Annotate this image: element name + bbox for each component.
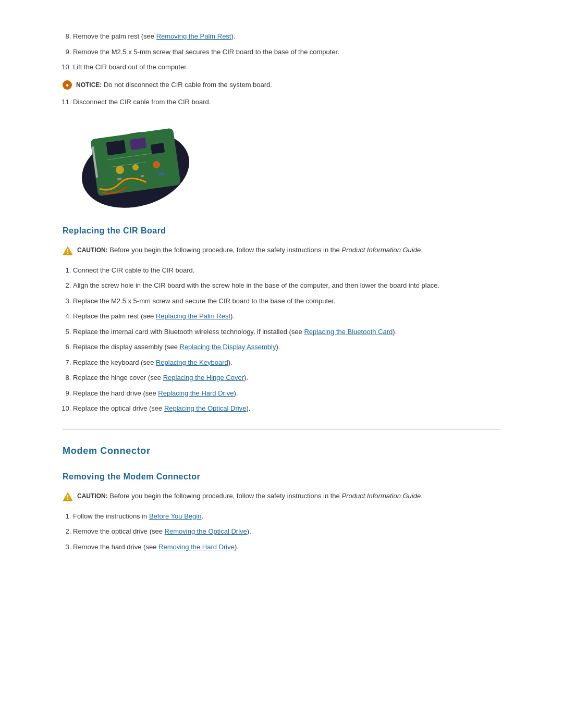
list-item: Connect the CIR cable to the CIR board. — [73, 265, 500, 276]
section-divider — [63, 429, 500, 430]
notice-box: ● NOTICE: Do not disconnect the CIR cabl… — [63, 80, 500, 90]
circuit-board-image — [78, 118, 193, 209]
list-item: Replace the display assembly (see Replac… — [73, 342, 500, 352]
removing-modem-connector-title: Removing the Modem Connector — [63, 472, 500, 482]
caution-triangle-icon: ! — [63, 245, 73, 256]
list-item: Remove the M2.5 x 5-mm screw that secure… — [73, 47, 500, 57]
caution-body-modem: Before you begin the following procedure… — [109, 492, 423, 500]
list-item: Replace the keyboard (see Replacing the … — [73, 357, 500, 368]
replacing-bluetooth-card-link[interactable]: Replacing the Bluetooth Card — [304, 328, 393, 336]
caution-label-modem: CAUTION: — [77, 492, 108, 500]
replacing-hinge-cover-link[interactable]: Replacing the Hinge Cover — [163, 374, 244, 381]
svg-rect-1 — [90, 128, 181, 196]
list-item: Disconnect the CIR cable from the CIR bo… — [73, 97, 500, 107]
removing-palm-rest-link[interactable]: Removing the Palm Rest — [156, 32, 231, 40]
notice-body: Do not disconnect the CIR cable from the… — [104, 81, 272, 89]
steps-list-11: Disconnect the CIR cable from the CIR bo… — [73, 97, 500, 107]
list-item: Replace the internal card with Bluetooth… — [73, 327, 500, 337]
removing-hard-drive-link[interactable]: Removing the Hard Drive — [158, 543, 235, 551]
caution-text-replacing-cir: CAUTION: Before you begin the following … — [77, 245, 423, 255]
caution-text-modem: CAUTION: Before you begin the following … — [77, 491, 423, 501]
notice-label: NOTICE: — [76, 81, 102, 89]
replacing-optical-drive-link[interactable]: Replacing the Optical Drive — [164, 404, 247, 412]
modem-connector-title: Modem Connector — [63, 446, 500, 456]
caution-box-modem: ! CAUTION: Before you begin the followin… — [63, 491, 500, 502]
list-item: Remove the palm rest (see Removing the P… — [73, 31, 500, 42]
caution-box-replacing-cir: ! CAUTION: Before you begin the followin… — [63, 245, 500, 256]
list-item: Replace the optical drive (see Replacing… — [73, 403, 500, 414]
svg-rect-3 — [130, 138, 146, 150]
list-item: Remove the hard drive (see Removing the … — [73, 542, 500, 552]
replacing-display-assembly-link[interactable]: Replacing the Display Assembly — [180, 343, 276, 351]
removing-modem-steps: Follow the instructions in Before You Be… — [73, 511, 500, 552]
svg-text:!: ! — [67, 494, 69, 501]
svg-rect-4 — [151, 143, 165, 154]
removing-optical-drive-link[interactable]: Removing the Optical Drive — [165, 527, 247, 535]
caution-triangle-icon-modem: ! — [63, 491, 73, 502]
circuit-board-image-container — [78, 118, 500, 211]
replacing-hard-drive-link[interactable]: Replacing the Hard Drive — [158, 389, 234, 397]
replacing-cir-steps: Connect the CIR cable to the CIR board. … — [73, 265, 500, 414]
list-item: Replace the palm rest (see Replacing the… — [73, 311, 500, 322]
list-item: Align the screw hole in the CIR board wi… — [73, 280, 500, 291]
list-item: Replace the hard drive (see Replacing th… — [73, 388, 500, 399]
svg-rect-2 — [106, 140, 126, 155]
replacing-keyboard-link[interactable]: Replacing the Keyboard — [156, 359, 228, 366]
notice-text: NOTICE: Do not disconnect the CIR cable … — [76, 80, 272, 90]
replacing-palm-rest-link[interactable]: Replacing the Palm Rest — [156, 312, 230, 320]
caution-label: CAUTION: — [77, 246, 108, 254]
notice-icon: ● — [63, 80, 72, 90]
replacing-cir-board-title: Replacing the CIR Board — [63, 226, 500, 236]
list-item: Lift the CIR board out of the computer. — [73, 62, 500, 72]
list-item: Remove the optical drive (see Removing t… — [73, 526, 500, 537]
page-content: Remove the palm rest (see Removing the P… — [63, 31, 500, 552]
steps-list-continued: Remove the palm rest (see Removing the P… — [73, 31, 500, 72]
list-item: Replace the M2.5 x 5-mm screw and secure… — [73, 296, 500, 306]
before-you-begin-link[interactable]: Before You Begin — [149, 512, 201, 520]
svg-rect-11 — [141, 175, 144, 177]
list-item: Replace the hinge cover (see Replacing t… — [73, 373, 500, 383]
caution-body: Before you begin the following procedure… — [109, 246, 423, 254]
list-item: Follow the instructions in Before You Be… — [73, 511, 500, 522]
svg-text:!: ! — [67, 248, 69, 255]
